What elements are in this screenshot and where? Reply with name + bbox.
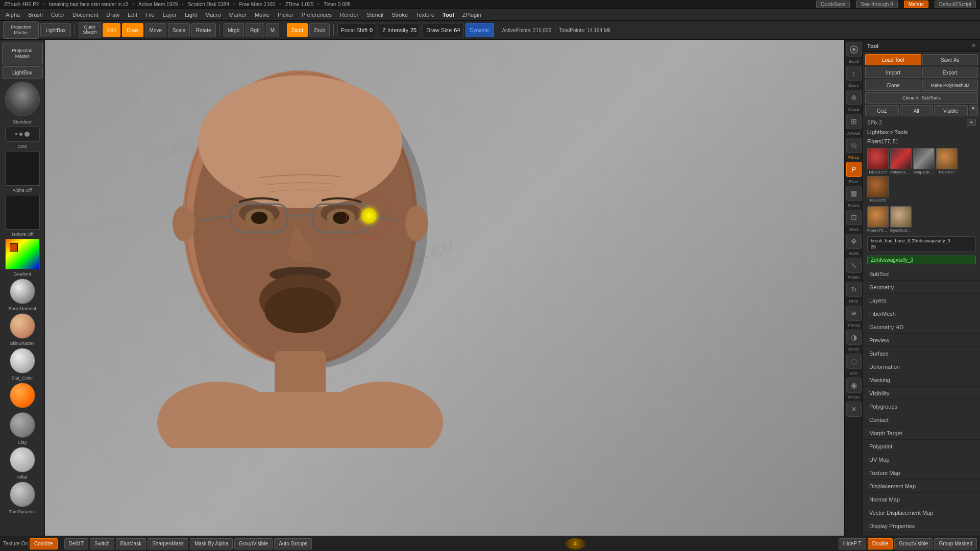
clone-all-btn[interactable]: Clone All SubTools	[865, 92, 978, 104]
brush-icon-fibers177[interactable]: Fibers177	[867, 148, 889, 174]
z-intensity-value[interactable]: 25	[410, 27, 416, 33]
menus-btn[interactable]: Menus	[904, 1, 928, 8]
tool-item-geometry[interactable]: Geometry	[863, 281, 980, 294]
scale-icon[interactable]: ⤡	[846, 258, 862, 273]
export-btn[interactable]: Export	[922, 67, 978, 78]
brush-icon-simple[interactable]: SimpleBrush	[913, 148, 935, 174]
menu-marker[interactable]: Marker	[226, 11, 250, 19]
blur-mask-btn[interactable]: BlurMask	[116, 538, 146, 549]
alpha-preview[interactable]	[5, 151, 40, 186]
scale-btn[interactable]: Scale	[168, 23, 190, 37]
tool-item-polygroups[interactable]: Polygroups	[863, 400, 980, 413]
panel-close-icon[interactable]: ✕	[971, 42, 976, 49]
brush-icon-f77[interactable]: Fibers77	[936, 148, 958, 174]
menu-texture[interactable]: Texture	[412, 11, 438, 19]
menu-light[interactable]: Light	[181, 11, 201, 19]
r-btn[interactable]: R	[969, 105, 978, 116]
tool-item-visibility[interactable]: Visibility	[863, 387, 980, 400]
make-polymesh-btn[interactable]: Make PolyMesh3D	[922, 80, 978, 91]
tool-item-deformation[interactable]: Deformation	[863, 360, 980, 373]
tool-item-display-properties[interactable]: Display Properties	[863, 519, 980, 533]
tool-item-contact[interactable]: Contact	[863, 413, 980, 427]
dynamic-btn[interactable]: Dynamic	[465, 23, 495, 37]
sharpen-mask-btn[interactable]: SharpenMask	[148, 538, 188, 549]
group-visible2-btn[interactable]: GroupVisible	[894, 538, 933, 549]
brush-preview[interactable]	[5, 82, 40, 116]
rgb-btn[interactable]: Rgb	[246, 23, 264, 37]
zoom-icon[interactable]: ⊕	[846, 90, 862, 105]
move-btn[interactable]: Move	[145, 23, 166, 37]
color-swatch[interactable]	[5, 239, 40, 269]
menu-alpha[interactable]: Alpha	[2, 11, 23, 19]
edit-btn[interactable]: Edit	[103, 23, 120, 37]
tool-item-texture-map[interactable]: Texture Map	[863, 466, 980, 480]
default-script[interactable]: DefaultZScript	[935, 1, 976, 8]
subtool-active-name[interactable]: Zdrdvswagvsdfy_3	[867, 256, 976, 264]
menu-stroke[interactable]: Stroke	[388, 11, 411, 19]
tool-item-preview[interactable]: Preview	[863, 334, 980, 347]
quick-sketch-btn[interactable]: Quick Sketch	[79, 22, 101, 38]
brush-icon-f70[interactable]: Fibers70	[867, 176, 889, 203]
rruf-icon[interactable]: ≋	[846, 306, 862, 321]
rotate-btn[interactable]: Rotate	[191, 23, 215, 37]
tool-item-subtool[interactable]: SubTool	[863, 267, 980, 281]
save-as-btn[interactable]: Save As	[922, 54, 978, 65]
persp-icon[interactable]: P	[846, 162, 862, 177]
clone-btn[interactable]: Clone	[865, 80, 921, 91]
tool-item-polypaint[interactable]: Polypaint	[863, 440, 980, 453]
mrgb-btn[interactable]: Mrgb	[224, 23, 244, 37]
menu-document[interactable]: Document	[69, 11, 102, 19]
menu-file[interactable]: File	[142, 11, 158, 19]
mat-clay[interactable]	[10, 412, 35, 438]
menu-render[interactable]: Render	[336, 11, 362, 19]
tool-item-surface[interactable]: Surface	[863, 347, 980, 360]
group-masked-btn[interactable]: Group Masked	[934, 538, 977, 549]
xpose-icon[interactable]: ✕	[846, 402, 862, 417]
menu-zplugin[interactable]: ZPlugin	[459, 11, 485, 19]
menu-preferences[interactable]: Preferences	[298, 11, 335, 19]
draw-size-value[interactable]: 64	[454, 27, 460, 33]
zadd-btn[interactable]: Zadd	[287, 23, 308, 37]
tool-item-fibermesh[interactable]: FiberMesh	[863, 307, 980, 320]
visible-btn[interactable]: Visible	[934, 105, 968, 116]
tool-item-normal-map[interactable]: Normal Map	[863, 493, 980, 506]
spix-r-btn[interactable]: R	[967, 119, 976, 126]
mask-by-alpha-btn[interactable]: Mask By Alpha	[190, 538, 233, 549]
tool-item-layers[interactable]: Layers	[863, 294, 980, 307]
scroll-icon[interactable]: ↕	[846, 66, 862, 81]
brush-icon-polymesh[interactable]: PolyMesh3D	[890, 148, 912, 174]
see-through[interactable]: See-through 0	[856, 1, 897, 8]
frame-icon[interactable]: ⊡	[846, 210, 862, 225]
lightbox-btn[interactable]: LightBox	[40, 23, 71, 37]
brush-icon-eyes[interactable]: EyesOutter_3	[890, 206, 912, 233]
tool-item-masking[interactable]: Masking	[863, 373, 980, 387]
mat-flat[interactable]	[10, 348, 35, 373]
tool-list[interactable]: SubToolGeometryLayersFiberMeshGeometry H…	[863, 267, 980, 536]
mat-trim[interactable]	[10, 482, 35, 507]
draw-btn[interactable]: Draw	[122, 23, 143, 37]
menu-picker[interactable]: Picker	[274, 11, 297, 19]
menu-macro[interactable]: Macro	[202, 11, 225, 19]
zsub-btn[interactable]: Zsub	[309, 23, 330, 37]
floor-icon[interactable]: ▦	[846, 186, 862, 201]
m-btn[interactable]: M	[266, 23, 279, 37]
canvas-area[interactable]: RRCG 人人素材 www.rrcg.cn RRCG 人人素材 RRCG www…	[45, 40, 844, 536]
menu-edit[interactable]: Edit	[124, 11, 141, 19]
mat-basic[interactable]	[10, 279, 35, 304]
hide-pt-btn[interactable]: HideP T	[839, 538, 866, 549]
load-tool-btn[interactable]: Load Tool	[865, 54, 921, 65]
color-primary[interactable]	[10, 243, 18, 252]
move-icon[interactable]: ✥	[846, 234, 862, 249]
brush-tool-icon[interactable]	[846, 42, 862, 57]
menu-draw[interactable]: Draw	[103, 11, 123, 19]
mat-skin[interactable]	[10, 313, 35, 339]
projection-master-btn[interactable]: Projection Master	[3, 21, 39, 39]
focal-value[interactable]: 0	[370, 27, 373, 33]
group-visible-btn[interactable]: GroupVisible	[234, 538, 273, 549]
ghost-icon[interactable]: ◌	[846, 354, 862, 369]
transp-icon[interactable]: ◑	[846, 330, 862, 345]
all-btn[interactable]: All	[900, 105, 934, 116]
tool-item-morph-target[interactable]: Morph Target	[863, 427, 980, 440]
menu-stencil[interactable]: Stencil	[363, 11, 387, 19]
import-btn[interactable]: Import	[865, 67, 921, 78]
